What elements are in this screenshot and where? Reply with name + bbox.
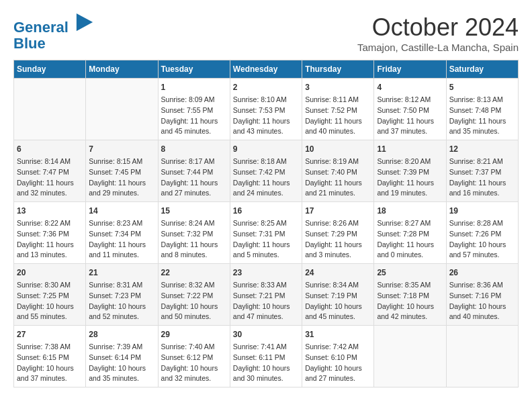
day-info: and 50 minutes. <box>161 312 227 322</box>
day-number: 5 <box>449 81 515 93</box>
day-info: and 8 minutes. <box>161 250 227 261</box>
day-number: 24 <box>305 267 371 279</box>
day-info: Sunrise: 8:14 AM <box>17 156 83 167</box>
day-number: 1 <box>161 81 227 93</box>
day-cell: 31Sunrise: 7:42 AMSunset: 6:10 PMDayligh… <box>302 326 374 387</box>
day-cell: 12Sunrise: 8:21 AMSunset: 7:37 PMDayligh… <box>446 140 518 202</box>
day-cell <box>86 79 158 140</box>
col-header-monday: Monday <box>86 60 158 79</box>
day-info: Daylight: 10 hours <box>89 302 154 312</box>
day-info: Daylight: 10 hours <box>161 302 227 312</box>
day-info: and 3 minutes. <box>305 250 371 261</box>
day-info: Sunrise: 8:09 AM <box>161 95 227 105</box>
day-info: Sunset: 7:45 PM <box>89 167 154 178</box>
day-info: Sunrise: 8:34 AM <box>305 280 371 291</box>
day-cell: 14Sunrise: 8:23 AMSunset: 7:34 PMDayligh… <box>86 202 158 264</box>
day-info: Sunset: 7:55 PM <box>161 105 227 116</box>
day-number: 8 <box>161 143 227 155</box>
col-header-sunday: Sunday <box>14 60 86 79</box>
day-info: and 35 minutes. <box>89 373 154 384</box>
week-row-2: 6Sunrise: 8:14 AMSunset: 7:47 PMDaylight… <box>14 140 519 202</box>
logo-text: General Blue <box>13 13 94 52</box>
day-info: and 32 minutes. <box>17 188 83 199</box>
day-cell: 29Sunrise: 7:40 AMSunset: 6:12 PMDayligh… <box>158 326 230 387</box>
day-cell: 7Sunrise: 8:15 AMSunset: 7:45 PMDaylight… <box>86 140 158 202</box>
day-info: Sunset: 7:36 PM <box>17 229 83 240</box>
week-row-4: 20Sunrise: 8:30 AMSunset: 7:25 PMDayligh… <box>14 264 519 326</box>
day-cell <box>14 79 86 140</box>
day-info: Sunset: 6:14 PM <box>89 353 154 363</box>
day-info: Sunrise: 8:22 AM <box>17 218 83 229</box>
day-cell: 2Sunrise: 8:10 AMSunset: 7:53 PMDaylight… <box>230 79 302 140</box>
day-info: Sunset: 7:48 PM <box>449 105 515 116</box>
day-cell <box>374 326 446 387</box>
day-info: Sunrise: 8:28 AM <box>449 218 515 229</box>
logo-general: General <box>13 19 69 36</box>
day-info: Sunrise: 8:24 AM <box>161 218 227 229</box>
logo: General Blue <box>13 13 94 52</box>
day-info: and 16 minutes. <box>449 188 515 199</box>
day-info: Daylight: 11 hours <box>305 116 371 127</box>
day-number: 10 <box>305 143 371 155</box>
day-info: Daylight: 11 hours <box>161 240 227 250</box>
day-info: Sunrise: 7:38 AM <box>17 342 83 353</box>
day-info: and 45 minutes. <box>161 126 227 137</box>
day-info: Sunrise: 7:39 AM <box>89 342 154 353</box>
day-number: 28 <box>89 328 154 340</box>
day-info: and 24 minutes. <box>233 188 299 199</box>
day-info: Daylight: 11 hours <box>161 116 227 127</box>
day-info: Sunrise: 8:27 AM <box>377 218 443 229</box>
day-info: Sunrise: 8:17 AM <box>161 156 227 167</box>
day-cell: 13Sunrise: 8:22 AMSunset: 7:36 PMDayligh… <box>14 202 86 264</box>
col-header-saturday: Saturday <box>446 60 518 79</box>
day-number: 12 <box>449 143 515 155</box>
day-cell: 21Sunrise: 8:31 AMSunset: 7:23 PMDayligh… <box>86 264 158 326</box>
day-cell: 10Sunrise: 8:19 AMSunset: 7:40 PMDayligh… <box>302 140 374 202</box>
day-info: and 37 minutes. <box>17 373 83 384</box>
day-info: Sunrise: 8:11 AM <box>305 95 371 105</box>
day-info: Daylight: 10 hours <box>17 363 83 374</box>
day-cell: 23Sunrise: 8:33 AMSunset: 7:21 PMDayligh… <box>230 264 302 326</box>
day-cell: 24Sunrise: 8:34 AMSunset: 7:19 PMDayligh… <box>302 264 374 326</box>
day-info: and 40 minutes. <box>305 126 371 137</box>
day-cell: 5Sunrise: 8:13 AMSunset: 7:48 PMDaylight… <box>446 79 518 140</box>
logo-icon <box>75 13 94 32</box>
week-row-3: 13Sunrise: 8:22 AMSunset: 7:36 PMDayligh… <box>14 202 519 264</box>
day-cell: 6Sunrise: 8:14 AMSunset: 7:47 PMDaylight… <box>14 140 86 202</box>
day-info: Daylight: 11 hours <box>89 240 154 250</box>
day-info: Sunrise: 8:21 AM <box>449 156 515 167</box>
day-info: and 37 minutes. <box>377 126 443 137</box>
day-info: Sunrise: 8:20 AM <box>377 156 443 167</box>
day-cell: 26Sunrise: 8:36 AMSunset: 7:16 PMDayligh… <box>446 264 518 326</box>
day-info: Sunset: 7:22 PM <box>161 291 227 302</box>
day-info: Sunset: 7:52 PM <box>305 105 371 116</box>
week-row-5: 27Sunrise: 7:38 AMSunset: 6:15 PMDayligh… <box>14 326 519 387</box>
day-number: 15 <box>161 205 227 217</box>
title-block: October 2024 Tamajon, Castille-La Mancha… <box>357 13 519 53</box>
day-cell: 20Sunrise: 8:30 AMSunset: 7:25 PMDayligh… <box>14 264 86 326</box>
day-info: Sunset: 7:18 PM <box>377 291 443 302</box>
day-info: Daylight: 10 hours <box>449 302 515 312</box>
day-cell: 30Sunrise: 7:41 AMSunset: 6:11 PMDayligh… <box>230 326 302 387</box>
day-info: Daylight: 11 hours <box>449 178 515 189</box>
day-number: 14 <box>89 205 154 217</box>
day-info: Sunset: 6:11 PM <box>233 353 299 363</box>
header-row: SundayMondayTuesdayWednesdayThursdayFrid… <box>14 60 519 79</box>
day-number: 23 <box>233 267 299 279</box>
day-number: 7 <box>89 143 154 155</box>
day-info: Sunset: 7:34 PM <box>89 229 154 240</box>
day-info: Sunset: 7:21 PM <box>233 291 299 302</box>
day-number: 30 <box>233 328 299 340</box>
day-info: and 19 minutes. <box>377 188 443 199</box>
day-info: Sunrise: 7:40 AM <box>161 342 227 353</box>
day-cell: 22Sunrise: 8:32 AMSunset: 7:22 PMDayligh… <box>158 264 230 326</box>
day-info: and 45 minutes. <box>305 312 371 322</box>
day-info: Sunset: 6:10 PM <box>305 353 371 363</box>
day-info: Sunrise: 8:30 AM <box>17 280 83 291</box>
day-number: 29 <box>161 328 227 340</box>
page-header: General Blue October 2024 Tamajon, Casti… <box>13 13 519 53</box>
col-header-friday: Friday <box>374 60 446 79</box>
day-info: and 21 minutes. <box>305 188 371 199</box>
col-header-thursday: Thursday <box>302 60 374 79</box>
day-cell: 8Sunrise: 8:17 AMSunset: 7:44 PMDaylight… <box>158 140 230 202</box>
